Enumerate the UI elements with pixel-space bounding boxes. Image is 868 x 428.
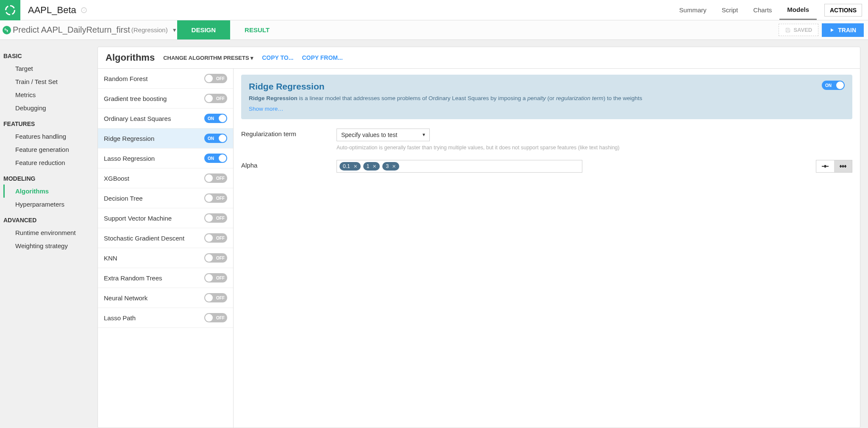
sidebar: BASICTargetTrain / Test SetMetricsDebugg… xyxy=(0,40,97,428)
flow-dropdown-icon[interactable]: ▼ xyxy=(172,27,177,33)
sidebar-section-advanced: ADVANCED xyxy=(3,211,97,226)
algo-item-support-vector-machine[interactable]: Support Vector MachineOFF xyxy=(98,208,233,228)
change-presets-button[interactable]: CHANGE ALGORITHM PRESETS ▾ xyxy=(163,55,253,61)
alpha-mode-toggle xyxy=(816,160,852,173)
algo-label: XGBoost xyxy=(104,175,129,182)
algo-item-decision-tree[interactable]: Decision TreeOFF xyxy=(98,188,233,208)
detail-toggle[interactable]: ON xyxy=(822,81,845,90)
algo-label: Lasso Regression xyxy=(104,155,155,162)
flow-type: (Regression) xyxy=(131,26,168,34)
algo-label: KNN xyxy=(104,255,117,262)
show-more-link[interactable]: Show more… xyxy=(249,106,284,112)
algo-toggle[interactable]: OFF xyxy=(204,213,227,223)
algo-item-neural-network[interactable]: Neural NetworkOFF xyxy=(98,288,233,308)
remove-tag-icon[interactable]: ✕ xyxy=(353,164,357,169)
tab-charts[interactable]: Charts xyxy=(746,0,779,20)
mode-single-button[interactable] xyxy=(816,160,834,172)
algorithm-list[interactable]: Random ForestOFFGradient tree boostingOF… xyxy=(98,69,234,428)
tab-summary[interactable]: Summary xyxy=(672,0,714,20)
project-title: AAPL_Beta xyxy=(28,5,76,16)
tab-script[interactable]: Script xyxy=(714,0,746,20)
algo-item-extra-random-trees[interactable]: Extra Random TreesOFF xyxy=(98,268,233,288)
algo-toggle[interactable]: OFF xyxy=(204,173,227,183)
sidebar-item-feature-reduction[interactable]: Feature reduction xyxy=(3,156,97,169)
algo-toggle[interactable]: OFF xyxy=(204,273,227,283)
algo-toggle[interactable]: ON xyxy=(204,154,227,163)
regularization-row: Regularization term Specify values to te… xyxy=(241,129,852,151)
algo-label: Stochastic Gradient Descent xyxy=(104,235,184,242)
algo-item-ridge-regression[interactable]: Ridge RegressionON xyxy=(98,129,233,148)
app-logo[interactable] xyxy=(0,0,20,20)
alpha-row: Alpha 0.1✕1✕3✕ xyxy=(241,160,852,173)
algo-toggle[interactable]: OFF xyxy=(204,293,227,302)
algo-toggle[interactable]: OFF xyxy=(204,94,227,103)
design-result-tabs: DESIGN RESULT xyxy=(177,20,284,39)
remove-tag-icon[interactable]: ✕ xyxy=(392,164,396,169)
alpha-input[interactable]: 0.1✕1✕3✕ xyxy=(337,160,582,173)
sidebar-item-algorithms[interactable]: Algorithms xyxy=(3,185,97,198)
toggle-knob xyxy=(836,81,844,89)
algo-item-knn[interactable]: KNNOFF xyxy=(98,248,233,268)
top-header: AAPL_Beta Summary Script Charts Models A… xyxy=(0,0,868,20)
algo-item-random-forest[interactable]: Random ForestOFF xyxy=(98,69,233,89)
alpha-tag: 1✕ xyxy=(363,162,380,171)
sidebar-item-debugging[interactable]: Debugging xyxy=(3,101,97,115)
algo-item-lasso-path[interactable]: Lasso PathOFF xyxy=(98,308,233,328)
train-label: TRAIN xyxy=(838,27,856,34)
alpha-label: Alpha xyxy=(241,160,337,169)
algo-label: Ordinary Least Squares xyxy=(104,115,171,122)
algo-toggle[interactable]: OFF xyxy=(204,193,227,203)
detail-title: Ridge Regression xyxy=(249,81,845,92)
algo-toggle[interactable]: ON xyxy=(204,114,227,123)
toggle-on-label: ON xyxy=(825,83,832,88)
algo-item-gradient-tree-boosting[interactable]: Gradient tree boostingOFF xyxy=(98,89,233,109)
copy-from-button[interactable]: COPY FROM... xyxy=(302,54,342,61)
algo-item-xgboost[interactable]: XGBoostOFF xyxy=(98,168,233,188)
sub-header: Predict AAPL_DailyReturn_first (Regressi… xyxy=(0,20,868,40)
mode-multi-button[interactable] xyxy=(834,160,852,172)
compass-icon[interactable] xyxy=(81,7,87,14)
sidebar-section-modeling: MODELING xyxy=(3,169,97,185)
algorithm-detail: ON Ridge Regression Ridge Regression is … xyxy=(234,69,860,428)
svg-rect-6 xyxy=(843,165,844,168)
algo-label: Random Forest xyxy=(104,75,147,82)
algo-item-ordinary-least-squares[interactable]: Ordinary Least SquaresON xyxy=(98,109,233,129)
sidebar-item-features-handling[interactable]: Features handling xyxy=(3,130,97,143)
tab-result[interactable]: RESULT xyxy=(230,20,284,39)
algo-toggle[interactable]: ON xyxy=(204,134,227,143)
copy-to-button[interactable]: COPY TO... xyxy=(262,54,293,61)
algo-label: Neural Network xyxy=(104,294,147,302)
flow-title: Predict AAPL_DailyReturn_first xyxy=(13,25,130,35)
tab-models[interactable]: Models xyxy=(779,0,817,20)
algo-toggle[interactable]: OFF xyxy=(204,74,227,83)
main-area: BASICTargetTrain / Test SetMetricsDebugg… xyxy=(0,40,868,428)
regularization-select[interactable]: Specify values to test xyxy=(337,129,430,141)
algo-label: Ridge Regression xyxy=(104,135,154,142)
algo-toggle[interactable]: OFF xyxy=(204,233,227,243)
alpha-tag: 0.1✕ xyxy=(339,162,361,171)
tab-design[interactable]: DESIGN xyxy=(177,20,231,39)
remove-tag-icon[interactable]: ✕ xyxy=(373,164,376,169)
actions-button[interactable]: ACTIONS xyxy=(824,4,862,17)
algo-item-stochastic-gradient-descent[interactable]: Stochastic Gradient DescentOFF xyxy=(98,228,233,248)
sidebar-item-weighting-strategy[interactable]: Weighting strategy xyxy=(3,239,97,252)
algo-toggle[interactable]: OFF xyxy=(204,313,227,322)
svg-point-0 xyxy=(6,6,15,14)
algo-label: Extra Random Trees xyxy=(104,274,162,282)
sidebar-item-metrics[interactable]: Metrics xyxy=(3,88,97,101)
sidebar-item-target[interactable]: Target xyxy=(3,62,97,75)
algo-toggle[interactable]: OFF xyxy=(204,253,227,263)
play-icon xyxy=(829,28,835,33)
svg-rect-5 xyxy=(840,165,841,168)
content-title: Algorithms xyxy=(106,52,155,63)
sidebar-item-train-test-set[interactable]: Train / Test Set xyxy=(3,75,97,88)
algo-label: Decision Tree xyxy=(104,195,143,202)
sidebar-item-runtime-environment[interactable]: Runtime environment xyxy=(3,226,97,239)
svg-rect-3 xyxy=(824,165,826,168)
sidebar-item-feature-generation[interactable]: Feature generation xyxy=(3,143,97,156)
sidebar-item-hyperparameters[interactable]: Hyperparameters xyxy=(3,198,97,211)
train-button[interactable]: TRAIN xyxy=(822,23,864,37)
regularization-label: Regularization term xyxy=(241,129,337,137)
detail-description: Ridge Regression is a linear model that … xyxy=(249,95,845,101)
algo-item-lasso-regression[interactable]: Lasso RegressionON xyxy=(98,148,233,168)
